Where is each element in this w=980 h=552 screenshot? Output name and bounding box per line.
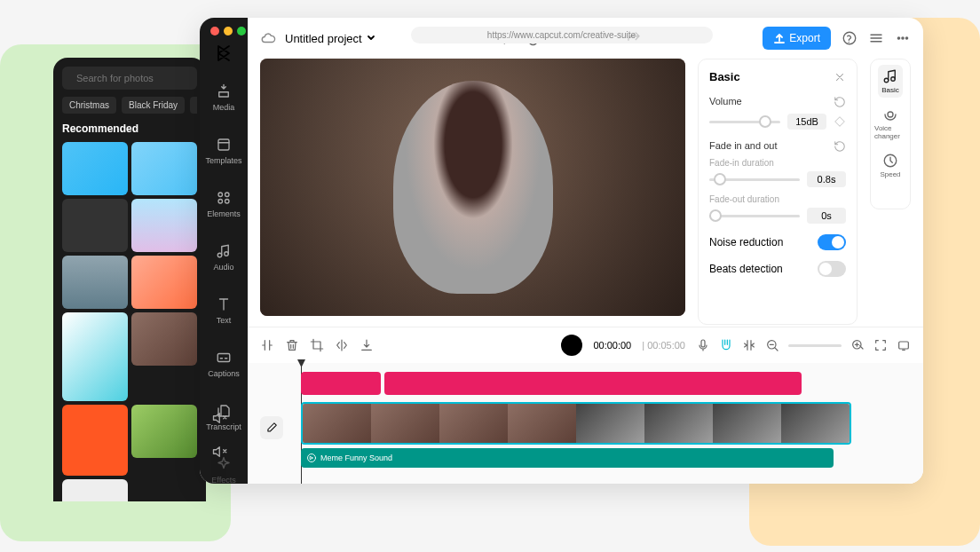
reset-icon[interactable] xyxy=(834,96,846,108)
chip-christmas[interactable]: Christmas xyxy=(62,97,116,114)
photo-thumb[interactable] xyxy=(131,312,197,366)
chevron-down-icon xyxy=(366,33,376,43)
redo-button[interactable] xyxy=(626,30,642,46)
volume-slider[interactable] xyxy=(709,121,780,123)
snap-icon[interactable] xyxy=(742,338,756,352)
current-time: 00:00:00 xyxy=(593,340,631,351)
duration: | 00:05:00 xyxy=(642,340,685,351)
mic-icon[interactable] xyxy=(696,338,710,352)
mirror-icon[interactable] xyxy=(335,338,349,352)
cloud-icon xyxy=(260,30,276,46)
close-window[interactable] xyxy=(210,27,219,35)
svg-rect-21 xyxy=(899,342,909,349)
photo-filter-chips: Christmas Black Friday black xyxy=(62,97,197,114)
photo-thumb[interactable] xyxy=(131,256,197,309)
fade-in-slider[interactable] xyxy=(709,178,800,181)
url-bar: https://www.capcut.com/creative-suite xyxy=(411,27,713,43)
mute-icon[interactable] xyxy=(212,444,228,460)
svg-point-2 xyxy=(218,193,223,197)
fullscreen-icon[interactable] xyxy=(897,338,911,352)
mute-icon[interactable] xyxy=(212,410,228,426)
editor-window: https://www.capcut.com/creative-suite Me… xyxy=(200,18,923,484)
upload-icon xyxy=(773,32,786,44)
svg-point-4 xyxy=(218,200,223,204)
audio-track[interactable]: Meme Funny Sound xyxy=(301,448,834,468)
photo-thumb[interactable] xyxy=(62,199,128,252)
video-track[interactable] xyxy=(301,402,851,445)
timeline-toolbar: 00:00:00 | 00:05:00 xyxy=(248,327,923,363)
window-controls xyxy=(210,27,246,35)
photo-thumb[interactable] xyxy=(62,142,128,195)
tab-voice[interactable]: Voice changer xyxy=(871,103,910,144)
rail-effects[interactable]: Effects xyxy=(211,456,235,484)
audio-icon xyxy=(306,453,317,463)
timeline[interactable]: Meme Funny Sound xyxy=(248,363,923,484)
svg-rect-1 xyxy=(218,139,229,150)
svg-point-12 xyxy=(902,37,904,39)
tab-speed[interactable]: Speed xyxy=(876,149,904,182)
tab-basic[interactable]: Basic xyxy=(878,65,903,98)
fit-icon[interactable] xyxy=(873,338,888,352)
fade-in-label: Fade-in duration xyxy=(709,158,846,168)
svg-point-10 xyxy=(843,32,856,44)
chip-blackfriday[interactable]: Black Friday xyxy=(122,97,185,114)
photo-thumb[interactable] xyxy=(62,405,128,476)
layers-icon[interactable] xyxy=(868,30,884,46)
fade-out-slider[interactable] xyxy=(709,215,800,217)
photo-search-input[interactable] xyxy=(76,73,199,83)
photo-grid xyxy=(62,142,197,501)
rail-elements[interactable]: Elements xyxy=(207,190,241,218)
photo-library: Christmas Black Friday black Recommended xyxy=(53,58,206,501)
voice-icon xyxy=(882,106,898,122)
edit-track-icon[interactable] xyxy=(260,416,283,439)
noise-toggle[interactable] xyxy=(818,234,846,250)
rail-templates[interactable]: Templates xyxy=(205,137,241,165)
zoom-out-icon[interactable] xyxy=(765,338,779,352)
download-icon[interactable] xyxy=(360,338,374,352)
photo-thumb[interactable] xyxy=(62,312,128,401)
beats-toggle[interactable] xyxy=(818,261,846,277)
fade-label: Fade in and out xyxy=(709,140,777,153)
play-button[interactable] xyxy=(561,335,582,356)
maximize-window[interactable] xyxy=(237,27,246,35)
photo-thumb[interactable] xyxy=(62,479,128,501)
track-overlay-2[interactable] xyxy=(384,372,802,395)
rail-audio[interactable]: Audio xyxy=(213,243,233,272)
photo-search[interactable] xyxy=(62,67,197,90)
keyframe-icon[interactable] xyxy=(834,115,846,128)
chip-black[interactable]: black xyxy=(190,97,197,114)
zoom-in-icon[interactable] xyxy=(850,338,865,352)
rail-captions[interactable]: Captions xyxy=(208,350,240,378)
export-button[interactable]: Export xyxy=(763,27,831,50)
svg-rect-18 xyxy=(701,340,705,347)
split-icon[interactable] xyxy=(260,338,274,352)
beats-label: Beats detection xyxy=(709,263,783,275)
noise-label: Noise reduction xyxy=(709,236,783,248)
svg-point-16 xyxy=(888,112,893,117)
photo-thumb[interactable] xyxy=(131,405,197,458)
rail-media[interactable]: Media xyxy=(213,83,235,112)
music-icon xyxy=(882,68,898,84)
zoom-slider[interactable] xyxy=(788,344,842,347)
svg-point-11 xyxy=(897,37,899,39)
speed-icon xyxy=(882,153,898,169)
delete-icon[interactable] xyxy=(285,338,299,352)
crop-icon[interactable] xyxy=(310,338,324,352)
close-icon[interactable] xyxy=(834,71,846,83)
photo-thumb[interactable] xyxy=(131,199,197,252)
recommended-heading: Recommended xyxy=(62,122,197,135)
preview-canvas[interactable] xyxy=(260,59,685,316)
svg-point-5 xyxy=(225,200,230,204)
project-title[interactable]: Untitled project xyxy=(285,32,376,45)
photo-thumb[interactable] xyxy=(131,142,197,195)
rail-text[interactable]: Text xyxy=(216,296,232,325)
help-icon[interactable] xyxy=(842,30,858,46)
minimize-window[interactable] xyxy=(224,27,233,35)
photo-thumb[interactable] xyxy=(62,256,128,309)
more-icon[interactable] xyxy=(895,30,911,46)
track-overlay-1[interactable] xyxy=(301,372,381,395)
right-rail: Basic Voice changer Speed xyxy=(870,59,911,209)
fade-out-label: Fade-out duration xyxy=(709,194,846,204)
magnet-icon[interactable] xyxy=(719,338,733,352)
reset-icon[interactable] xyxy=(834,140,846,153)
